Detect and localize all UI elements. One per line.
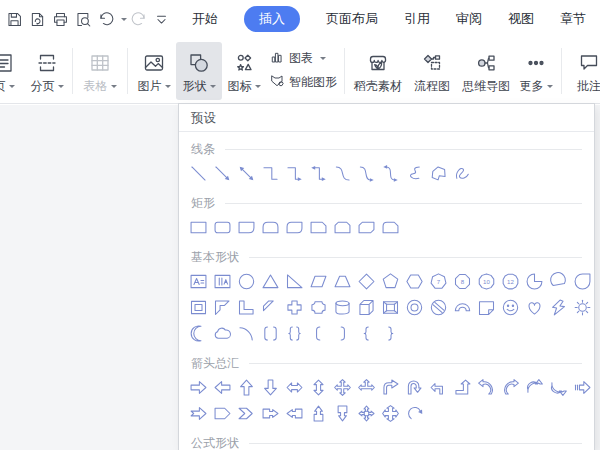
shape-corner[interactable] (234, 295, 258, 320)
shape-octagon[interactable]: 8 (450, 269, 474, 294)
shape-right-arrow-callout[interactable] (258, 401, 282, 426)
shape-diamond[interactable] (354, 269, 378, 294)
tab-插入[interactable]: 插入 (244, 6, 300, 32)
shape-double-brace[interactable] (282, 321, 306, 346)
shape-can[interactable] (330, 295, 354, 320)
ribbon-button-图片[interactable]: 图片 (132, 42, 176, 100)
tab-审阅[interactable]: 审阅 (456, 10, 482, 28)
shape-cross-arrow-callout[interactable] (378, 401, 402, 426)
shape-sun[interactable] (570, 295, 594, 320)
shape-smiley-face[interactable] (498, 295, 522, 320)
shape-curve[interactable] (402, 161, 426, 186)
shape-no-symbol[interactable] (426, 295, 450, 320)
shape-elbow-connector[interactable] (258, 161, 282, 186)
ribbon-button-流程图[interactable]: 流程图 (407, 42, 457, 100)
shape-frame[interactable] (186, 295, 210, 320)
shape-up-arrow[interactable] (234, 375, 258, 400)
ribbon-button-图表[interactable]: 图表 (269, 49, 337, 68)
shape-snip-diagonal-corner-rectangle[interactable] (354, 215, 378, 240)
shape-parallelogram[interactable] (306, 269, 330, 294)
shape-curved-arrow-connector[interactable] (354, 161, 378, 186)
shape-right-bracket[interactable] (330, 321, 354, 346)
shape-down-arrow-callout[interactable] (330, 401, 354, 426)
shape-right-triangle[interactable] (282, 269, 306, 294)
shape-curved-down-arrow[interactable] (546, 375, 570, 400)
ribbon-button-思维导图[interactable]: 思维导图 (457, 42, 515, 100)
shape-curved-right-arrow[interactable] (498, 375, 522, 400)
shape-curved-double-arrow-connector[interactable] (378, 161, 402, 186)
shape-up-arrow-callout[interactable] (306, 401, 330, 426)
shape-heart[interactable] (522, 295, 546, 320)
tab-章节[interactable]: 章节 (560, 10, 586, 28)
shape-left-arrow-callout[interactable] (282, 401, 306, 426)
shape-text-box[interactable] (186, 269, 210, 294)
shape-chevron-arrow[interactable] (234, 401, 258, 426)
shape-decagon[interactable]: 10 (474, 269, 498, 294)
shape-donut[interactable] (402, 295, 426, 320)
shape-cloud[interactable] (210, 321, 234, 346)
ribbon-button-更多[interactable]: 更多 (515, 42, 557, 100)
shape-round-same-side-corner-rectangle[interactable] (258, 215, 282, 240)
shape-quad-arrow[interactable] (330, 375, 354, 400)
shape-isosceles-triangle[interactable] (258, 269, 282, 294)
shape-bent-up-arrow[interactable] (450, 375, 474, 400)
shape-rectangle[interactable] (186, 215, 210, 240)
shape-down-arrow[interactable] (258, 375, 282, 400)
shape-arrow[interactable] (210, 161, 234, 186)
shape-curved-connector[interactable] (330, 161, 354, 186)
shape-left-up-arrow[interactable] (426, 375, 450, 400)
tab-页面布局[interactable]: 页面布局 (326, 10, 378, 28)
shape-teardrop[interactable] (570, 269, 594, 294)
ribbon-button-表格[interactable]: 表格 (77, 42, 123, 100)
shape-quad-arrow-callout[interactable] (354, 401, 378, 426)
shape-curved-left-arrow[interactable] (474, 375, 498, 400)
ribbon-button-分页[interactable]: 分页 (26, 42, 68, 100)
shape-snip-round-single-corner-rectangle[interactable] (378, 215, 402, 240)
shape-cross[interactable] (282, 295, 306, 320)
shape-bent-arrow[interactable] (378, 375, 402, 400)
shape-chord[interactable] (546, 269, 570, 294)
shape-left-arrow[interactable] (210, 375, 234, 400)
ribbon-button-批注[interactable]: 批注 (566, 42, 600, 100)
shape-arc[interactable] (234, 321, 258, 346)
shape-moon[interactable] (186, 321, 210, 346)
shape-block-arc[interactable] (450, 295, 474, 320)
shape-snip-same-side-corner-rectangle[interactable] (330, 215, 354, 240)
customize-toolbar-icon[interactable] (150, 7, 173, 31)
tab-开始[interactable]: 开始 (192, 10, 218, 28)
shape-double-arrow[interactable] (234, 161, 258, 186)
shape-oval[interactable] (234, 269, 258, 294)
shape-plaque[interactable] (306, 295, 330, 320)
ribbon-button-智能图形[interactable]: 智能图形 (269, 73, 337, 92)
ribbon-button-形状[interactable]: 形状 (176, 42, 222, 100)
shape-notched-right-arrow[interactable] (186, 401, 210, 426)
save-icon[interactable] (3, 7, 26, 31)
shape-heptagon[interactable]: 7 (426, 269, 450, 294)
shape-left-right-arrow[interactable] (282, 375, 306, 400)
shape-pentagon[interactable] (378, 269, 402, 294)
print-preview-icon[interactable] (72, 7, 95, 31)
shape-lightning-bolt[interactable] (546, 295, 570, 320)
undo-icon[interactable] (95, 7, 118, 31)
tab-视图[interactable]: 视图 (508, 10, 534, 28)
shape-striped-right-arrow[interactable] (570, 375, 594, 400)
shape-snip-single-corner-rectangle[interactable] (306, 215, 330, 240)
shape-rounded-rectangle[interactable] (210, 215, 234, 240)
redo-icon[interactable] (127, 7, 150, 31)
shape-elbow-arrow-connector[interactable] (282, 161, 306, 186)
shape-folded-corner[interactable] (474, 295, 498, 320)
shape-left-bracket[interactable] (306, 321, 330, 346)
shape-circular-arrow[interactable] (402, 401, 426, 426)
shape-bevel[interactable] (378, 295, 402, 320)
shape-hexagon[interactable] (402, 269, 426, 294)
shape-dodecagon[interactable]: 12 (498, 269, 522, 294)
ribbon-button-图标[interactable]: 图标 (222, 42, 266, 100)
shape-right-brace[interactable] (378, 321, 402, 346)
ribbon-button-稻壳素材[interactable]: 稻壳素材 (349, 42, 407, 100)
shape-pie[interactable] (522, 269, 546, 294)
print-icon[interactable] (49, 7, 72, 31)
shape-left-brace[interactable] (354, 321, 378, 346)
shape-pentagon-arrow[interactable] (210, 401, 234, 426)
export-pdf-icon[interactable] (26, 7, 49, 31)
shape-line[interactable] (186, 161, 210, 186)
